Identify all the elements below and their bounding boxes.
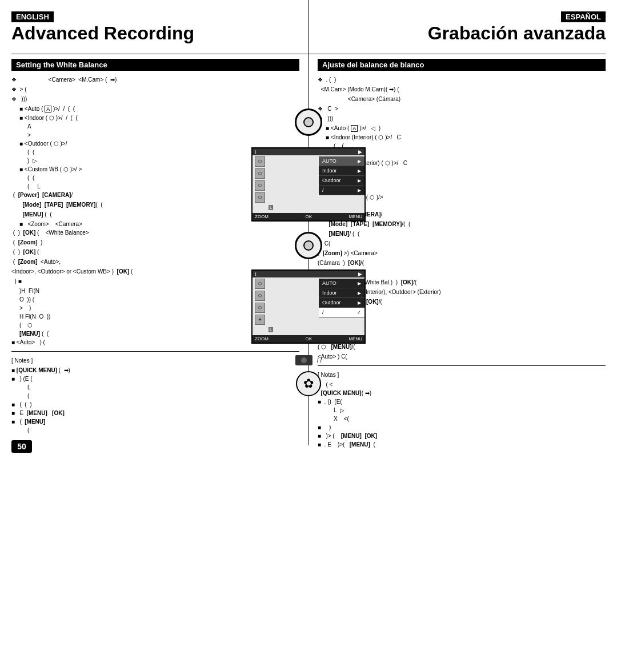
screen1-label-l: L xyxy=(269,205,273,210)
screen2-icon-4: ☀ xyxy=(255,315,265,325)
screen2-icon-2: ⬡ xyxy=(255,291,265,301)
screen2-menu-items: AUTO▶ Indoor▶ Outdoor▶ /✓ xyxy=(319,279,364,317)
screen1-menu: MENU xyxy=(348,214,362,219)
center-screens-area: t ▶ ⬡ ⬡ ⬡ ⬡ AUTO▶ Indoor▶ Outdoor▶ /▶ L xyxy=(251,108,366,396)
right-note-3: ■ )> ( [MENU] [OK] xyxy=(318,432,606,440)
left-note-end: ( xyxy=(11,426,299,434)
screen2-menu-auto: AUTO▶ xyxy=(319,279,364,288)
camera-circle-bottom: ✿ xyxy=(296,371,321,396)
screen2-icon-3: ⬡ xyxy=(255,303,265,313)
camera-lens-mid xyxy=(303,240,314,251)
camera-circle-top xyxy=(295,108,322,136)
screen2-menu-outdoor: Outdoor▶ xyxy=(319,298,364,308)
espanol-badge: ESPAÑOL xyxy=(561,11,606,22)
screen1-top-label: t xyxy=(255,149,257,155)
screen1-icon-1: ⬡ xyxy=(255,156,265,167)
screen2-menu-indoor: Indoor▶ xyxy=(319,288,364,298)
left-line-1: ❖ <Camera> <M.Cam> ( ➡) xyxy=(11,75,299,84)
right-note-l: L ▷ xyxy=(318,406,606,415)
screen1-zoom: ZOOM xyxy=(255,214,269,219)
main-columns: Setting the White Balance ❖ <Camera> <M.… xyxy=(11,59,606,453)
screen2-bottom: ZOOM OK MENU xyxy=(253,335,364,343)
screen1-bottom: ZOOM OK MENU xyxy=(253,213,364,220)
screen1-menubar: t ▶ xyxy=(253,148,364,155)
left-line-2: ❖ > ( xyxy=(11,85,299,94)
screen2-rec-icon: ▶ xyxy=(358,271,362,277)
screen1-menu-auto: AUTO▶ xyxy=(319,156,364,166)
flower-icon: ✿ xyxy=(303,376,314,391)
right-section-title: Ajuste del balance de blanco xyxy=(318,59,606,71)
screen1-rec-icon: ▶ xyxy=(358,149,362,155)
screen1-icons: ⬡ ⬡ ⬡ ⬡ xyxy=(255,156,265,203)
left-line-3: ❖ ))) xyxy=(11,95,299,103)
left-section-title: Setting the White Balance xyxy=(11,59,299,71)
page-number: 50 xyxy=(11,440,32,453)
screen1-menu-custom: /▶ xyxy=(319,186,364,195)
screen2-icons: ⬡ ⬡ ⬡ ☀ xyxy=(255,279,265,325)
right-header: ESPAÑOL Grabación avanzada xyxy=(428,11,606,49)
screen1-menu-items: AUTO▶ Indoor▶ Outdoor▶ /▶ xyxy=(319,156,364,195)
slash-divider: / / xyxy=(317,357,322,364)
left-note-4: ■ ( [MENU] xyxy=(11,417,299,426)
right-line-3: <Camera> (Cámara) xyxy=(318,95,606,103)
screen2-label-l: L xyxy=(269,327,273,332)
screen1-ok: OK xyxy=(305,214,312,219)
right-note-1: ■ . () (E( xyxy=(318,397,606,406)
screen1-icon-4: ⬡ xyxy=(255,192,265,203)
screen2-top-label: t xyxy=(255,271,257,277)
camera-lens-top xyxy=(303,117,314,127)
remote-device xyxy=(295,355,312,365)
screen2-icon-1: ⬡ xyxy=(255,279,265,289)
bottom-icons: / / xyxy=(295,355,322,365)
english-badge: ENGLISH xyxy=(11,11,54,22)
camera-screen-2: t ▶ ⬡ ⬡ ⬡ ☀ AUTO▶ Indoor▶ Outdoor▶ /✓ L xyxy=(251,269,366,344)
right-line-1: ❖ . ( ) xyxy=(318,75,606,84)
screen1-menu-outdoor: Outdoor▶ xyxy=(319,176,364,186)
screen1-icon-3: ⬡ xyxy=(255,180,265,191)
camera-circle-mid xyxy=(295,232,322,259)
screen2-ok: OK xyxy=(305,336,312,341)
screen2-zoom: ZOOM xyxy=(255,336,269,341)
page: ENGLISH Advanced Recording ESPAÑOL Graba… xyxy=(0,0,617,672)
right-note-2: ■ ) xyxy=(318,423,606,432)
camera-screen-1: t ▶ ⬡ ⬡ ⬡ ⬡ AUTO▶ Indoor▶ Outdoor▶ /▶ L xyxy=(251,147,366,222)
screen2-menubar: t ▶ xyxy=(253,271,364,277)
left-header: ENGLISH Advanced Recording xyxy=(11,11,194,49)
right-line-2: <M.Cam> (Modo M.Cam)( ➡) ( xyxy=(318,85,606,94)
left-note-2: ■ ( ( ) xyxy=(11,400,299,409)
right-note-x: X <( xyxy=(318,415,606,423)
screen2-menu: MENU xyxy=(348,336,362,341)
screen2-menu-custom: /✓ xyxy=(319,308,364,317)
screen1-menu-indoor: Indoor▶ xyxy=(319,166,364,176)
right-title: Grabación avanzada xyxy=(428,23,606,43)
right-note-4: ■ . E )>( [MENU] ( xyxy=(318,440,606,449)
screen1-icon-2: ⬡ xyxy=(255,168,265,179)
left-title: Advanced Recording xyxy=(11,23,194,43)
remote-lens xyxy=(301,357,307,363)
left-note-3: ■ E [MENU] [OK] xyxy=(11,409,299,417)
